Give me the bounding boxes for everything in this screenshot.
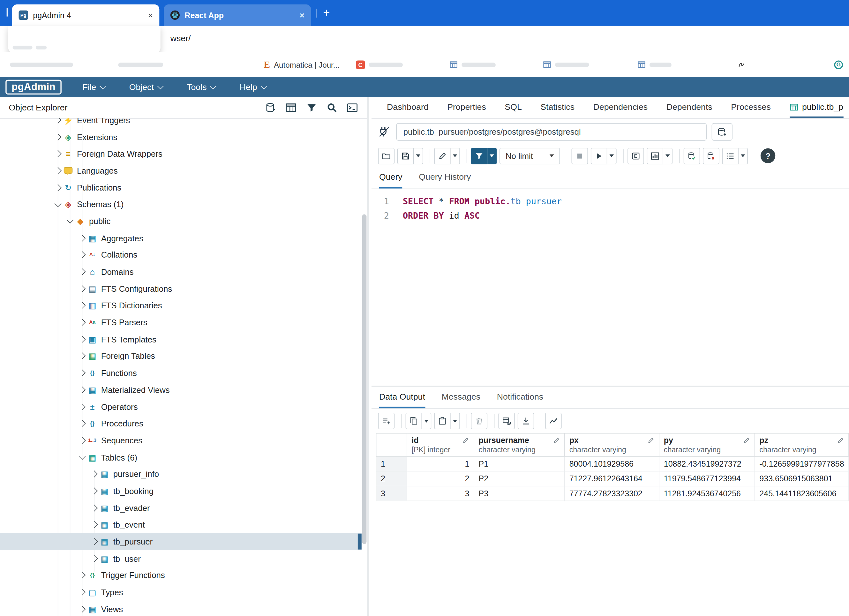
download-results-button[interactable]	[518, 413, 534, 429]
tree-item-fts-templates[interactable]: ▣FTS Templates	[0, 331, 362, 348]
tab-processes[interactable]: Processes	[731, 97, 771, 118]
filter-button[interactable]	[471, 147, 487, 164]
chevron-right-icon[interactable]	[54, 167, 61, 174]
open-file-button[interactable]	[378, 147, 395, 164]
grid-corner-cell[interactable]	[376, 433, 407, 457]
tree-item-aggregates[interactable]: ▦Aggregates	[0, 229, 362, 246]
tree-item-fts-configurations[interactable]: ▤FTS Configurations	[0, 280, 362, 297]
bookmark-item[interactable]	[637, 52, 672, 77]
tab-properties[interactable]: Properties	[447, 97, 486, 118]
tree-item-collations[interactable]: A↓Collations	[0, 246, 362, 263]
tree-item-trigger-functions[interactable]: {}Trigger Functions	[0, 567, 362, 584]
sql-code[interactable]: SELECT * FROM public.tb_pursuerORDER BY …	[403, 194, 562, 223]
tab-query-history[interactable]: Query History	[419, 167, 471, 188]
tree-item-tables-6[interactable]: ▦Tables (6)	[0, 449, 362, 466]
bookmark-item[interactable]	[450, 52, 496, 77]
chevron-right-icon[interactable]	[79, 437, 86, 444]
psql-tool-button[interactable]	[346, 102, 359, 114]
cell-pz[interactable]: -0.12659991977977858	[755, 457, 849, 471]
chevron-right-icon[interactable]	[90, 470, 97, 478]
execute-button-dropdown[interactable]	[607, 147, 616, 164]
chevron-right-icon[interactable]	[79, 386, 86, 393]
tree-item-foreign-data-wrappers[interactable]: ≡Foreign Data Wrappers	[0, 145, 362, 162]
chevron-right-icon[interactable]	[79, 353, 86, 360]
cell-id[interactable]: 2	[407, 471, 474, 486]
chevron-right-icon[interactable]	[90, 521, 97, 528]
tab-dashboard[interactable]: Dashboard	[387, 97, 429, 118]
tree-item-pursuer-info[interactable]: ▦pursuer_info	[0, 466, 362, 483]
paste-button[interactable]	[434, 413, 451, 429]
bookmark-item[interactable]: G	[834, 52, 843, 77]
macros-button-dropdown[interactable]	[739, 147, 748, 164]
sql-editor[interactable]: 12 SELECT * FROM public.tb_pursuerORDER …	[371, 189, 849, 385]
save-file-button[interactable]	[398, 147, 414, 164]
cell-pursuername[interactable]: P1	[474, 457, 565, 471]
chevron-right-icon[interactable]	[54, 150, 61, 157]
bookmark-item[interactable]	[118, 52, 163, 77]
add-row-button[interactable]	[378, 413, 395, 429]
tree-item-types[interactable]: ▢Types	[0, 584, 362, 601]
browser-tab-pgadmin[interactable]: Pg pgAdmin 4 ×	[12, 4, 159, 26]
tree-scrollbar[interactable]	[362, 118, 367, 616]
connection-status-icon[interactable]	[377, 125, 391, 139]
tree-item-public[interactable]: ◆public	[0, 213, 362, 230]
tree-item-operators[interactable]: ±Operators	[0, 398, 362, 415]
tree-item-tb-pursuer[interactable]: ▦tb_pursuer	[0, 533, 362, 550]
tree-item-fts-dictionaries[interactable]: ▥FTS Dictionaries	[0, 297, 362, 314]
chevron-right-icon[interactable]	[79, 235, 86, 242]
cell-px[interactable]: 80004.101929586	[565, 457, 659, 471]
tab-query[interactable]: Query	[379, 167, 402, 188]
chevron-right-icon[interactable]	[79, 606, 86, 613]
chevron-right-icon[interactable]	[79, 589, 86, 595]
tab-query-tool-active[interactable]: public.tb_p	[789, 97, 843, 118]
tree-item-domains[interactable]: ⌂Domains	[0, 263, 362, 280]
filter-button-dropdown[interactable]	[487, 147, 497, 164]
tree-item-procedures[interactable]: {}Procedures	[0, 415, 362, 432]
chevron-down-icon[interactable]	[66, 217, 73, 224]
tab-statistics[interactable]: Statistics	[541, 97, 575, 118]
edit-button[interactable]	[434, 147, 451, 164]
bookmark-item[interactable]: EAutomatica | Jour...	[264, 52, 339, 77]
menu-help[interactable]: Help	[240, 82, 266, 92]
quick-connect-button[interactable]	[265, 102, 277, 114]
menu-file[interactable]: File	[82, 82, 105, 92]
macros-button[interactable]	[722, 147, 739, 164]
chevron-right-icon[interactable]	[79, 403, 86, 410]
chevron-right-icon[interactable]	[90, 538, 97, 545]
explain-analyze-button-dropdown[interactable]	[663, 147, 672, 164]
chevron-down-icon[interactable]	[79, 453, 86, 460]
new-connection-button[interactable]	[712, 123, 733, 140]
tree-item-fts-parsers[interactable]: AaFTS Parsers	[0, 314, 362, 331]
graph-visualiser-button[interactable]	[545, 413, 562, 429]
tree-item-materialized-views[interactable]: ▦Materialized Views	[0, 381, 362, 398]
column-header-pursuername[interactable]: pursuernamecharacter varying	[474, 433, 565, 457]
chevron-right-icon[interactable]	[79, 285, 86, 292]
tree-item-schemas-1[interactable]: ◈Schemas (1)	[0, 196, 362, 213]
menu-tools[interactable]: Tools	[187, 82, 216, 92]
rollback-button[interactable]	[703, 147, 719, 164]
chevron-right-icon[interactable]	[54, 118, 61, 123]
tab-messages[interactable]: Messages	[442, 387, 481, 408]
row-number-cell[interactable]: 1	[376, 457, 407, 471]
cell-pursuername[interactable]: P3	[474, 486, 565, 501]
close-tab-icon[interactable]: ×	[300, 10, 304, 20]
tree-item-tb-user[interactable]: ▦tb_user	[0, 550, 362, 567]
chevron-right-icon[interactable]	[79, 571, 86, 579]
row-limit-select[interactable]: No limit	[499, 147, 560, 164]
cell-pursuername[interactable]: P2	[474, 471, 565, 486]
cell-pz[interactable]: 933.6506915063801	[755, 471, 849, 486]
tree-item-event-triggers[interactable]: ⚡Event Triggers	[0, 118, 362, 128]
delete-row-button[interactable]	[471, 413, 487, 429]
bookmark-item[interactable]: C	[356, 52, 403, 77]
menu-object[interactable]: Object	[129, 82, 163, 92]
tab-sql[interactable]: SQL	[505, 97, 521, 118]
cell-px[interactable]: 77774.27823323302	[565, 486, 659, 501]
cell-py[interactable]: 11281.924536740256	[659, 486, 755, 501]
cell-pz[interactable]: 245.14411823605606	[755, 486, 849, 501]
cell-py[interactable]: 10882.434519927372	[659, 457, 755, 471]
tab-dependencies[interactable]: Dependencies	[593, 97, 648, 118]
tree-item-extensions[interactable]: ◈Extensions	[0, 128, 362, 145]
cell-py[interactable]: 11979.548677123994	[659, 471, 755, 486]
row-number-cell[interactable]: 2	[376, 471, 407, 486]
tree-item-publications[interactable]: ↻Publications	[0, 179, 362, 196]
